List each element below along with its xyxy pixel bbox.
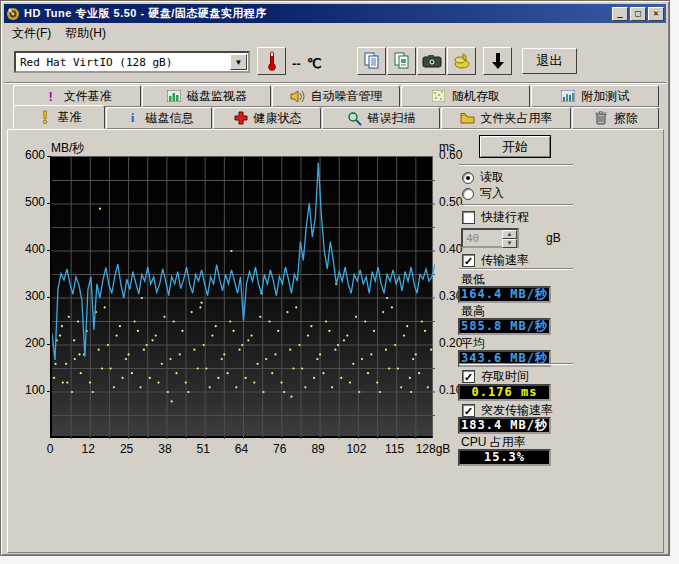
page: HD Tune 专业版 5.50 - 硬盘/固态硬盘实用程序 _ □ ✕ 文件(… — [0, 0, 679, 564]
separator — [459, 268, 573, 270]
x-tick: 128gB — [411, 442, 455, 456]
toolbar: Red Hat VirtIO (128 gB) ▼ -- ℃ — [4, 43, 666, 82]
capacity-spinner[interactable]: 40 ▲ ▼ — [461, 228, 519, 248]
menu-bar: 文件(F) 帮助(H) — [4, 24, 666, 43]
separator — [459, 363, 573, 365]
write-radio-row[interactable]: 写入 — [462, 185, 504, 202]
temperature-unit: ℃ — [307, 56, 322, 71]
spinner-down-button[interactable]: ▼ — [502, 239, 517, 248]
chevron-down-icon[interactable]: ▼ — [230, 54, 247, 70]
transfer-rate-checkbox[interactable]: ✓ — [462, 254, 475, 267]
temperature-value: -- — [292, 56, 301, 71]
app-icon — [6, 7, 20, 21]
exclamation-magenta-icon: ! — [43, 89, 59, 104]
info-icon: i — [125, 111, 141, 126]
cpu-usage-display: 15.3% — [458, 449, 551, 466]
camera-icon — [422, 54, 442, 68]
trash-icon — [593, 111, 609, 126]
access-time-display: 0.176 ms — [458, 384, 551, 401]
tab-disk-monitor[interactable]: 磁盘监视器 — [142, 85, 270, 107]
donate-button[interactable] — [447, 47, 476, 75]
tab-erase[interactable]: 擦除 — [572, 107, 659, 129]
menu-file[interactable]: 文件(F) — [6, 23, 57, 44]
tab-folder-usage[interactable]: 文件夹占用率 — [441, 107, 571, 129]
maximize-button[interactable]: □ — [630, 7, 646, 21]
read-radio-row[interactable]: 读取 — [462, 169, 504, 186]
screenshot-button[interactable] — [417, 47, 446, 75]
test-chart-icon — [560, 89, 576, 104]
capacity-value: 40 — [463, 230, 502, 246]
short-stroke-checkbox[interactable] — [462, 211, 475, 224]
benchmark-chart — [50, 156, 433, 438]
copy-image-icon — [393, 52, 411, 70]
thermometer-icon — [266, 51, 278, 71]
start-button[interactable]: 开始 — [479, 135, 551, 158]
short-stroke-row[interactable]: 快捷行程 — [462, 209, 529, 226]
tab-row-secondary: ! 文件基准 磁盘监视器 自动噪音管理 随机存取 附加测试 — [13, 85, 660, 107]
spinner-up-button[interactable]: ▲ — [502, 230, 517, 239]
close-button[interactable]: ✕ — [648, 7, 664, 21]
access-time-row[interactable]: ✓ 存取时间 — [462, 368, 529, 385]
folder-icon — [460, 111, 476, 126]
title-bar[interactable]: HD Tune 专业版 5.50 - 硬盘/固态硬盘实用程序 _ □ ✕ — [4, 4, 666, 23]
y-left-tick: 400 — [15, 242, 45, 256]
capacity-unit: gB — [546, 231, 561, 245]
tab-extra-tests[interactable]: 附加测试 — [531, 85, 659, 107]
minimize-button[interactable]: _ — [612, 7, 628, 21]
write-label: 写入 — [480, 185, 504, 202]
y-left-tick: 300 — [15, 289, 45, 303]
burst-rate-checkbox[interactable]: ✓ — [462, 404, 475, 417]
y-left-axis-label: MB/秒 — [51, 140, 84, 157]
magnifier-icon — [347, 111, 363, 126]
save-results-button[interactable] — [483, 47, 512, 75]
tab-health[interactable]: 健康状态 — [213, 107, 321, 129]
down-arrow-icon — [491, 52, 505, 70]
tab-random-access[interactable]: 随机存取 — [401, 85, 529, 107]
copy-text-button[interactable] — [357, 47, 386, 75]
hand-coins-icon — [453, 52, 471, 70]
tab-aam[interactable]: 自动噪音管理 — [272, 85, 400, 107]
y-right-tick: 0.60 — [439, 148, 473, 162]
y-left-tick: 100 — [15, 383, 45, 397]
temperature-button[interactable] — [257, 47, 286, 75]
tab-disk-info[interactable]: i 磁盘信息 — [106, 107, 212, 129]
y-left-tick: 600 — [15, 148, 45, 162]
access-time-label: 存取时间 — [481, 368, 529, 385]
scatter-dots-icon — [431, 89, 447, 104]
drive-select-value: Red Hat VirtIO (128 gB) — [16, 56, 230, 69]
write-radio[interactable] — [462, 188, 474, 200]
tab-file-benchmark[interactable]: ! 文件基准 — [13, 85, 141, 107]
drive-select[interactable]: Red Hat VirtIO (128 gB) ▼ — [14, 51, 250, 73]
min-value-display: 164.4 MB/秒 — [458, 286, 551, 303]
tab-benchmark[interactable]: 基准 — [13, 105, 105, 129]
menu-help[interactable]: 帮助(H) — [59, 23, 112, 44]
bar-chart-icon — [166, 89, 182, 104]
copy-image-button[interactable] — [387, 47, 416, 75]
tab-error-scan[interactable]: 错误扫描 — [322, 107, 440, 129]
max-value-display: 585.8 MB/秒 — [458, 318, 551, 335]
exclamation-yellow-icon — [37, 110, 53, 125]
y-left-tick: 200 — [15, 336, 45, 350]
health-cross-icon — [233, 111, 249, 126]
read-radio[interactable] — [462, 172, 474, 184]
burst-rate-display: 183.4 MB/秒 — [458, 417, 551, 434]
app-window: HD Tune 专业版 5.50 - 硬盘/固态硬盘实用程序 _ □ ✕ 文件(… — [0, 0, 670, 556]
speaker-icon — [290, 89, 306, 104]
separator — [459, 164, 573, 166]
copy-text-icon — [363, 52, 381, 70]
read-label: 读取 — [480, 169, 504, 186]
exit-button[interactable]: 退出 — [522, 48, 577, 74]
y-left-tick: 500 — [15, 195, 45, 209]
separator — [459, 204, 573, 206]
transfer-rate-label: 传输速率 — [481, 252, 529, 269]
short-stroke-label: 快捷行程 — [481, 209, 529, 226]
window-title: HD Tune 专业版 5.50 - 硬盘/固态硬盘实用程序 — [24, 6, 267, 21]
toolbar-separator — [4, 82, 666, 84]
access-time-checkbox[interactable]: ✓ — [462, 370, 475, 383]
tab-row-primary: 基准 i 磁盘信息 健康状态 错误扫描 文件夹占用率 擦除 — [13, 107, 660, 129]
transfer-rate-row[interactable]: ✓ 传输速率 — [462, 252, 529, 269]
